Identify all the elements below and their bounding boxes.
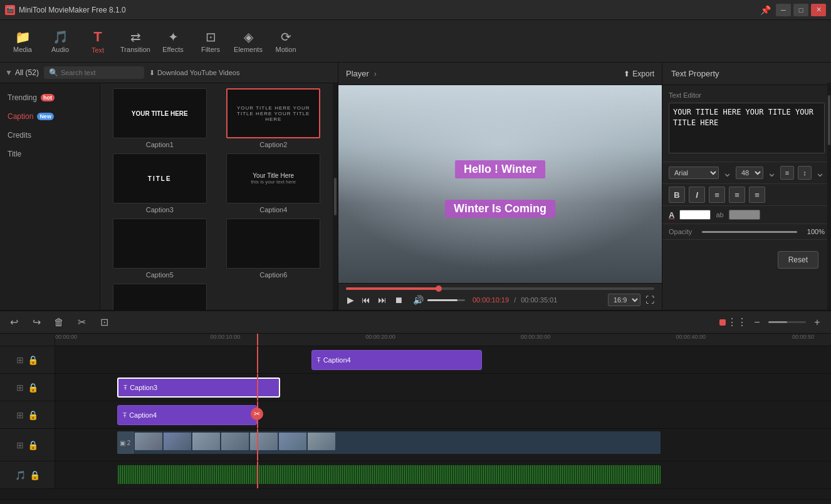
caption-item-7[interactable]: TITLESUBTITLE Caption7 [105, 284, 214, 310]
pin-button[interactable]: 📌 [760, 5, 771, 15]
video-track-item[interactable]: ▣ 2 [117, 431, 661, 454]
download-youtube-button[interactable]: ⬇ Download YouTube Videos [149, 69, 240, 77]
toolbar-effects[interactable]: ✦ Effects [155, 24, 191, 59]
cut-button[interactable]: ✂ [73, 314, 90, 331]
track-3-lock[interactable]: 🔒 [28, 410, 38, 420]
align-center-button[interactable]: ≡ [729, 187, 745, 203]
all-category-toggle[interactable]: ▼ All (52) [5, 68, 39, 77]
timeline: ↩ ↪ 🗑 ✂ ⊡ ⋮⋮ − + 00:00:00 00:00:10:00 00… [0, 310, 831, 504]
svg-marker-3 [357, 148, 389, 164]
play-button[interactable]: ▶ [346, 294, 355, 306]
search-icon: 🔍 [49, 68, 58, 77]
toolbar-filters[interactable]: ⊡ Filters [193, 24, 228, 59]
ruler-mark-40: 00:00:40:00 [676, 334, 706, 340]
text-editor-input[interactable] [669, 103, 825, 153]
align-left-button[interactable]: ≡ [709, 187, 725, 203]
progress-fill [346, 287, 439, 290]
title-label: Title [8, 150, 21, 158]
sidebar-item-trending[interactable]: Trending hot [0, 88, 100, 107]
toolbar-text[interactable]: T Text [80, 24, 115, 59]
progress-bar[interactable] [346, 287, 654, 290]
toolbar-elements[interactable]: ◈ Elements [231, 24, 266, 59]
bold-button[interactable]: B [669, 187, 685, 203]
timeline-scrollbar-horizontal[interactable] [0, 499, 831, 504]
caption-item-6[interactable]: Caption6 [219, 219, 328, 279]
toolbar-media[interactable]: 📁 Media [5, 24, 40, 59]
search-box[interactable]: 🔍 [44, 66, 144, 79]
caption-track-item-caption4-lower[interactable]: Ŧ Caption4 [117, 405, 257, 425]
font-family-select[interactable]: Arial Times New Roman Verdana [669, 167, 719, 179]
track-3-add[interactable]: ⊞ [16, 410, 24, 420]
caption-track-item-caption3[interactable]: Ŧ Caption3 [117, 378, 280, 398]
track-4-add[interactable]: ⊞ [16, 440, 24, 450]
track-5-add[interactable]: 🎵 [15, 470, 26, 480]
record-indicator [719, 319, 726, 326]
current-time: 00:00:10:19 [473, 296, 509, 304]
font-size-select[interactable]: 48 24 36 72 [736, 167, 763, 179]
track-2-controls: ⊞ 🔒 [0, 374, 55, 401]
caption-item-5[interactable]: Caption5 [105, 219, 214, 279]
reset-button-container: Reset [662, 240, 831, 280]
search-input[interactable] [61, 69, 139, 76]
italic-button[interactable]: I [689, 187, 705, 203]
maximize-button[interactable]: □ [793, 4, 808, 16]
track-2-lock[interactable]: 🔒 [28, 383, 38, 393]
audio-track-item[interactable] [117, 465, 661, 484]
close-button[interactable]: ✕ [811, 4, 826, 16]
undo-button[interactable]: ↩ [5, 314, 23, 331]
prev-frame-button[interactable]: ⏮ [360, 294, 372, 306]
caption-track-item-caption4-top[interactable]: Ŧ Caption4 [311, 350, 482, 370]
volume-slider[interactable] [427, 299, 465, 301]
caption-item-2[interactable]: YOUR TITLE HERE YOUR TITLE HERE YOUR TIT… [219, 88, 328, 148]
caption-label-1: Caption1 [146, 141, 174, 148]
track-2: ⊞ 🔒 Ŧ Caption3 [0, 374, 831, 401]
all-count-label: All (52) [15, 68, 39, 77]
list-format-button[interactable]: ≡ [780, 166, 794, 180]
split-button[interactable]: ⋮⋮ [728, 314, 746, 331]
caption-item-3[interactable]: TITLE Caption3 [105, 153, 214, 213]
ruler-mark-0: 00:00:00 [55, 334, 77, 340]
toolbar-transition[interactable]: ⇄ Transition [118, 24, 153, 59]
controls-row: ▶ ⏮ ⏭ ⏹ 🔊 00:00:10:19 / 00:00:35:01 16:9… [346, 294, 654, 306]
bg-color-swatch[interactable] [729, 210, 760, 220]
track-4-lock[interactable]: 🔒 [28, 440, 38, 450]
fullscreen-button[interactable]: ⛶ [645, 295, 654, 305]
opacity-slider[interactable] [702, 231, 797, 233]
zoom-slider[interactable] [768, 321, 806, 323]
track-2-add[interactable]: ⊞ [16, 383, 24, 393]
font-color-swatch[interactable] [679, 210, 711, 220]
ruler-playhead [257, 334, 258, 346]
sidebar-item-title[interactable]: Title [0, 145, 100, 163]
track-1-add[interactable]: ⊞ [16, 355, 24, 365]
right-panel: Text Property Text Editor Arial Times Ne… [662, 63, 831, 310]
toolbar-audio[interactable]: 🎵 Audio [43, 24, 78, 59]
toolbar-motion[interactable]: ⟳ Motion [268, 24, 303, 59]
caption-item-1[interactable]: YOUR TITLE HERE Caption1 [105, 88, 214, 148]
aspect-ratio-select[interactable]: 16:9 9:16 1:1 4:3 [608, 294, 640, 306]
ruler-left-spacer [0, 334, 55, 346]
minimize-button[interactable]: ─ [776, 4, 791, 16]
next-frame-button[interactable]: ⏭ [377, 294, 388, 306]
sidebar-item-credits[interactable]: Credits [0, 126, 100, 145]
export-button[interactable]: ⬆ Export [624, 69, 654, 78]
align-right-button[interactable]: ≡ [749, 187, 765, 203]
panel-scrollbar[interactable] [333, 83, 338, 310]
sidebar-item-caption[interactable]: Caption New [0, 107, 100, 126]
media-icon: 📁 [15, 29, 31, 44]
delete-button[interactable]: 🗑 [50, 314, 68, 331]
caption-item-4[interactable]: Your Title Here this is your text here C… [219, 153, 328, 213]
stop-button[interactable]: ⏹ [393, 294, 404, 306]
right-panel-scrollbar[interactable] [827, 83, 831, 310]
crop-button[interactable]: ⊡ [95, 314, 113, 331]
zoom-out-button[interactable]: − [748, 314, 766, 331]
panel-collapse-arrow[interactable]: › [374, 69, 377, 78]
volume-icon[interactable]: 🔊 [412, 294, 425, 306]
zoom-in-button[interactable]: + [808, 314, 826, 331]
video-thumb-6 [279, 433, 306, 450]
line-spacing-button[interactable]: ↕ [798, 166, 812, 180]
text-editor-section: Text Editor [662, 85, 831, 162]
reset-button[interactable]: Reset [778, 251, 818, 269]
redo-button[interactable]: ↪ [28, 314, 45, 331]
track-1-lock[interactable]: 🔒 [28, 355, 38, 365]
track-5-lock[interactable]: 🔒 [29, 470, 40, 480]
